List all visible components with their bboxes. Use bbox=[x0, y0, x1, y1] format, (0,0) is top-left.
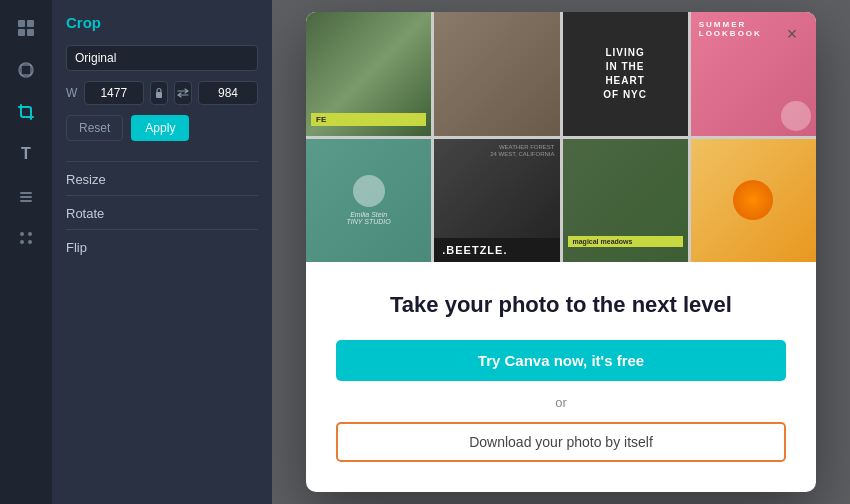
apply-button[interactable]: Apply bbox=[131, 115, 189, 141]
elements-icon[interactable] bbox=[8, 52, 44, 88]
lookbook-circle bbox=[781, 101, 811, 131]
svg-rect-2 bbox=[18, 29, 25, 36]
layers-icon[interactable] bbox=[8, 178, 44, 214]
modal-headline: Take your photo to the next level bbox=[336, 292, 786, 318]
face-circle bbox=[353, 175, 385, 207]
flip-section[interactable]: Flip bbox=[66, 229, 258, 263]
action-buttons: Reset Apply bbox=[66, 115, 258, 141]
download-photo-button[interactable]: Download your photo by itself bbox=[336, 422, 786, 462]
collage-tile-face: Emilia SteinTINY STUDIO bbox=[306, 139, 431, 263]
svg-rect-8 bbox=[20, 200, 32, 202]
svg-rect-7 bbox=[20, 196, 32, 198]
collage-grid: FE LIVINGIN THEHEARTOF NYC SUMMERLOOKBOO… bbox=[306, 12, 816, 262]
apps-icon[interactable] bbox=[8, 220, 44, 256]
grid-icon[interactable] bbox=[8, 10, 44, 46]
sidebar: T bbox=[0, 0, 52, 504]
svg-rect-13 bbox=[156, 92, 162, 98]
resize-section[interactable]: Resize bbox=[66, 161, 258, 195]
collage-tile-meadows: magical meadows bbox=[563, 139, 688, 263]
crop-icon[interactable] bbox=[8, 94, 44, 130]
svg-rect-3 bbox=[27, 29, 34, 36]
orange-circle bbox=[733, 180, 773, 220]
face-content: Emilia SteinTINY STUDIO bbox=[306, 139, 431, 263]
collage-tile-living: LIVINGIN THEHEARTOF NYC bbox=[563, 12, 688, 136]
beetzle-label: .BEETZLE. bbox=[434, 238, 559, 262]
tile-text-living: LIVINGIN THEHEARTOF NYC bbox=[603, 46, 647, 102]
svg-rect-0 bbox=[18, 20, 25, 27]
face-text: Emilia SteinTINY STUDIO bbox=[347, 211, 391, 225]
collage-tile-forest: FE bbox=[306, 12, 431, 136]
beetzle-address: WEATHER FOREST24 WEST, CALIFORNIA bbox=[439, 144, 554, 160]
modal-close-button[interactable]: × bbox=[780, 22, 804, 46]
lock-icon[interactable] bbox=[150, 81, 168, 105]
panel-title: Crop bbox=[66, 14, 258, 31]
upgrade-modal: × FE LIVINGIN THEHEARTOF NYC SUMMERLOOKB… bbox=[306, 12, 816, 492]
modal-overlay: × FE LIVINGIN THEHEARTOF NYC SUMMERLOOKB… bbox=[272, 0, 850, 504]
try-canva-button[interactable]: Try Canva now, it's free bbox=[336, 340, 786, 381]
text-icon[interactable]: T bbox=[8, 136, 44, 172]
svg-rect-5 bbox=[21, 65, 31, 75]
svg-point-10 bbox=[28, 232, 32, 236]
or-divider: or bbox=[336, 395, 786, 410]
modal-content: Take your photo to the next level Try Ca… bbox=[306, 262, 816, 492]
collage-tile-oranges bbox=[691, 139, 816, 263]
height-input[interactable] bbox=[198, 81, 258, 105]
collage-tile-beetzle: .BEETZLE. WEATHER FOREST24 WEST, CALIFOR… bbox=[434, 139, 559, 263]
svg-rect-6 bbox=[20, 192, 32, 194]
tile-label-fe: FE bbox=[311, 113, 426, 126]
orange-content bbox=[691, 139, 816, 263]
swap-icon[interactable] bbox=[174, 81, 192, 105]
main-canvas-area: × FE LIVINGIN THEHEARTOF NYC SUMMERLOOKB… bbox=[272, 0, 850, 504]
left-panel: Crop Original W Reset Apply Resize Rotat… bbox=[52, 0, 272, 504]
svg-rect-1 bbox=[27, 20, 34, 27]
svg-point-12 bbox=[28, 240, 32, 244]
meadows-label: magical meadows bbox=[568, 236, 683, 247]
reset-button[interactable]: Reset bbox=[66, 115, 123, 141]
rotate-section[interactable]: Rotate bbox=[66, 195, 258, 229]
dimensions-row: W bbox=[66, 81, 258, 105]
collage-tile-dark bbox=[434, 12, 559, 136]
width-label: W bbox=[66, 86, 78, 100]
svg-point-11 bbox=[20, 240, 24, 244]
svg-point-9 bbox=[20, 232, 24, 236]
aspect-ratio-select[interactable]: Original bbox=[66, 45, 258, 71]
width-input[interactable] bbox=[84, 81, 144, 105]
